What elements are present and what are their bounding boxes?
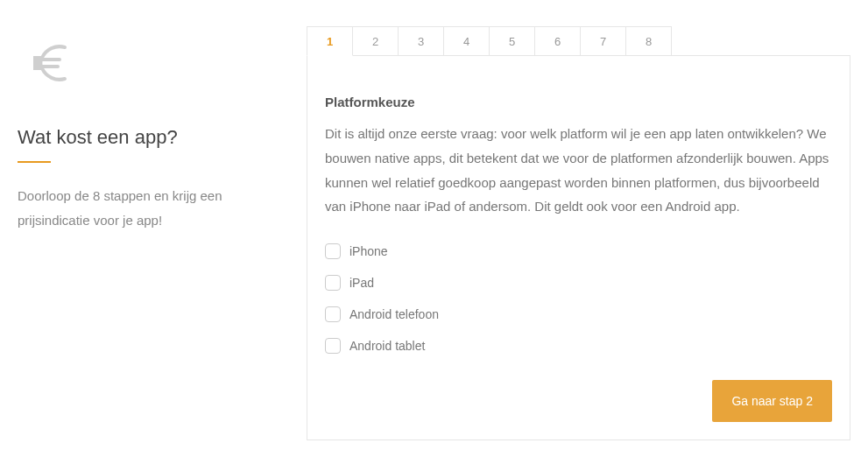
tab-step-5[interactable]: 5 (489, 26, 535, 56)
panel-text: Dit is altijd onze eerste vraag: voor we… (325, 122, 832, 219)
checkbox-icon (325, 275, 341, 291)
option-label: Android tablet (349, 339, 425, 353)
step-panel: Platformkeuze Dit is altijd onze eerste … (307, 55, 850, 440)
tab-step-4[interactable]: 4 (443, 26, 490, 56)
option-ipad[interactable]: iPad (325, 275, 832, 291)
main-content: 1 2 3 4 5 6 7 8 Platformkeuze Dit is alt… (307, 26, 850, 440)
euro-icon (26, 35, 82, 91)
option-iphone[interactable]: iPhone (325, 243, 832, 259)
option-label: Android telefoon (349, 307, 439, 321)
option-android-tablet[interactable]: Android tablet (325, 338, 832, 354)
sidebar: Wat kost een app? Doorloop de 8 stappen … (18, 26, 307, 440)
tab-step-3[interactable]: 3 (398, 26, 444, 56)
tab-step-8[interactable]: 8 (625, 26, 672, 56)
option-label: iPad (349, 276, 374, 290)
checkbox-icon (325, 338, 341, 354)
tab-step-2[interactable]: 2 (352, 26, 399, 56)
tab-step-1[interactable]: 1 (307, 26, 353, 56)
sidebar-description: Doorloop de 8 stappen en krijg een prijs… (18, 184, 272, 233)
tab-step-7[interactable]: 7 (580, 26, 626, 56)
next-step-button[interactable]: Ga naar stap 2 (712, 380, 832, 422)
checkbox-icon (325, 243, 341, 259)
sidebar-title: Wat kost een app? (18, 126, 272, 149)
step-tabs: 1 2 3 4 5 6 7 8 (307, 26, 850, 56)
title-underline (18, 161, 51, 163)
option-android-phone[interactable]: Android telefoon (325, 306, 832, 322)
option-label: iPhone (349, 244, 388, 258)
checkbox-icon (325, 306, 341, 322)
panel-title: Platformkeuze (325, 95, 832, 109)
tab-step-6[interactable]: 6 (534, 26, 581, 56)
